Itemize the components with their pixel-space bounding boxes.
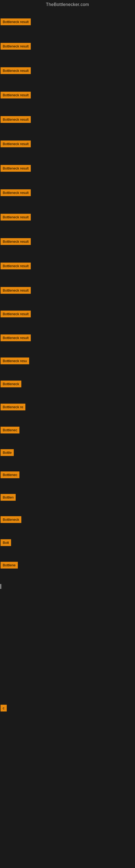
bottleneck-item: Bottleneck result (1, 19, 31, 25)
bottleneck-item: Bottleneck (1, 380, 21, 388)
bottleneck-item: Bottleneck result (1, 214, 31, 220)
bottleneck-item: Bottleneck result (1, 287, 31, 294)
bottleneck-item: Bottleneck result (1, 67, 31, 74)
bottleneck-item: Bottleneck result (1, 141, 31, 147)
bottleneck-item: Bottleneck result (1, 165, 31, 172)
bottleneck-item: Bottleneck resu (1, 358, 29, 364)
bottleneck-item: Bottleneck result (1, 189, 31, 196)
bottleneck-item: Bottlenec (1, 471, 19, 478)
small-bottleneck-item: c (1, 705, 7, 712)
bottleneck-item: Bottleneck result (1, 116, 31, 123)
bottleneck-item: Bottleneck (1, 516, 21, 523)
bottleneck-item: Bottleneck result (1, 335, 31, 341)
bottleneck-item: Bottleneck result (1, 262, 31, 269)
bottleneck-item: Bottleneck result (1, 238, 31, 245)
text-cursor (1, 584, 1, 589)
bottleneck-item: Bottleneck result (1, 311, 31, 317)
bottleneck-item: Bott (1, 539, 11, 546)
bottleneck-item: Bottleneck re (1, 404, 26, 410)
bottleneck-item: Bottle (1, 449, 14, 456)
bottleneck-item: Bottlen (1, 494, 16, 501)
bottleneck-item: Bottleneck result (1, 92, 31, 98)
bottleneck-item: Bottlene (1, 562, 18, 568)
bottleneck-item: Bottleneck result (1, 43, 31, 50)
bottleneck-item: Bottlenec (1, 427, 19, 433)
site-title: TheBottlenecker.com (0, 0, 135, 10)
